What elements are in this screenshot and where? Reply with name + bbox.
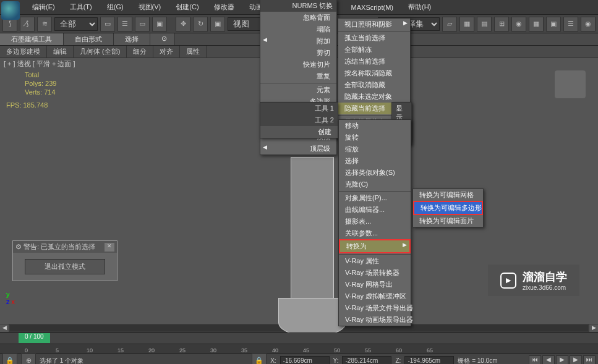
subtab-geometry[interactable]: 几何体 (全部)	[74, 46, 127, 57]
menu-modifiers[interactable]: 修改器	[207, 0, 242, 14]
qm-unhide-byname[interactable]: 按名称取消隐藏	[338, 67, 410, 79]
qm-convert-mesh[interactable]: 转换为可编辑网格	[413, 189, 483, 201]
subtab-align[interactable]: 对齐	[153, 46, 180, 57]
qm-quickslice[interactable]: 快速切片	[260, 59, 336, 70]
goto-start-icon[interactable]: ⏮	[529, 355, 541, 365]
schematic-icon[interactable]: ⊞	[494, 17, 509, 32]
subtab-subdiv[interactable]: 细分	[127, 46, 153, 57]
qm-vray-scene-conv[interactable]: V-Ray 场景转换器	[339, 267, 411, 279]
bind-icon[interactable]: ≋	[37, 17, 52, 32]
menu-view[interactable]: 视图(V)	[131, 0, 169, 14]
qm-unfreeze-all[interactable]: 全部解冻	[338, 44, 410, 56]
coord-z-input[interactable]	[404, 356, 454, 364]
qm-curve-editor[interactable]: 曲线编辑器...	[339, 204, 411, 216]
rotate-icon[interactable]: ↻	[193, 17, 208, 32]
render-setup-icon[interactable]: ▦	[529, 17, 544, 32]
qm-select[interactable]: 选择	[339, 155, 411, 167]
time-slider-head[interactable]: 0 / 100	[19, 333, 50, 343]
qm-cut[interactable]: 剪切	[260, 47, 336, 59]
quadmenu-bottom-right: 移动 旋转 缩放 选择 选择类似对象(S) 克隆(C) 对象属性(P)... 曲…	[338, 119, 411, 326]
qm-convert-to[interactable]: 转换为	[340, 240, 409, 252]
quad-create[interactable]: 创建	[260, 126, 338, 138]
qm-attach[interactable]: 附加	[260, 35, 336, 47]
qm-move[interactable]: 移动	[339, 120, 411, 132]
qm-hide-unselected[interactable]: 隐藏未选定对象	[338, 91, 410, 103]
menu-tools[interactable]: 工具(T)	[62, 0, 100, 14]
viewcube-icon[interactable]	[555, 70, 586, 98]
qm-rotate[interactable]: 旋转	[339, 132, 411, 143]
qm-element[interactable]: 元素	[260, 84, 336, 96]
qm-convert-poly[interactable]: 转换为可编辑多边形	[414, 202, 482, 214]
goto-end-icon[interactable]: ⏭	[583, 355, 596, 365]
qm-scale[interactable]: 缩放	[339, 143, 411, 155]
qm-wire-params[interactable]: 关联参数...	[339, 227, 411, 239]
qm-clone[interactable]: 克隆(C)	[339, 179, 411, 190]
select-window-icon[interactable]: ▣	[152, 17, 167, 32]
qm-toplevel[interactable]: 顶层级	[260, 143, 336, 154]
selection-filter-dropdown[interactable]: 全部	[54, 17, 98, 31]
select-icon[interactable]: ▭	[100, 17, 115, 32]
qm-vray-anim-export[interactable]: V-Ray 动画场景导出器	[339, 314, 411, 326]
qm-isolate-selection[interactable]: 孤立当前选择	[338, 32, 410, 44]
unlink-icon[interactable]: ⟆̸	[20, 17, 35, 32]
scroll-left-icon[interactable]: ◀	[0, 324, 9, 332]
render-icon[interactable]: ☰	[563, 17, 578, 32]
tab-graphite[interactable]: 石墨建模工具	[0, 33, 64, 45]
material-icon[interactable]: ◉	[511, 17, 526, 32]
key-mode-icon[interactable]: ⊕	[21, 353, 36, 365]
qm-dope-sheet[interactable]: 摄影表...	[339, 216, 411, 227]
app-logo-icon[interactable]	[1, 1, 20, 20]
scroll-right-icon[interactable]: ▶	[589, 324, 598, 332]
qm-object-props[interactable]: 对象属性(P)...	[339, 192, 411, 204]
tick: 25	[179, 347, 186, 353]
layers-icon[interactable]: ▤	[477, 17, 492, 32]
subtab-props[interactable]: 属性	[180, 46, 207, 57]
quad-lbl-tools2: 工具 2	[260, 114, 338, 126]
qm-select-similar[interactable]: 选择类似对象(S)	[339, 167, 411, 179]
tab-selection[interactable]: 选择	[114, 33, 150, 45]
close-icon[interactable]: ✕	[105, 243, 114, 252]
exit-isolate-button[interactable]: 退出孤立模式	[25, 259, 105, 274]
tick: 40	[272, 347, 278, 353]
lock-icon[interactable]: 🔒	[2, 353, 17, 365]
qm-viewport-lighting[interactable]: 视口照明和阴影	[338, 19, 410, 30]
lock-selection-icon[interactable]: 🔒	[252, 353, 267, 365]
play-anim-icon[interactable]: ▶	[556, 355, 568, 365]
mirror-icon[interactable]: ▱	[442, 17, 457, 32]
menu-create[interactable]: 创建(C)	[168, 0, 206, 14]
tab-freeform[interactable]: 自由形式	[64, 33, 114, 45]
subtab-edit[interactable]: 编辑	[47, 46, 74, 57]
qm-ignore-backface[interactable]: 忽略背面	[260, 12, 336, 23]
align-icon[interactable]: ▦	[459, 17, 474, 32]
select-rect-icon[interactable]: ▭	[135, 17, 150, 32]
render-frame-icon[interactable]: ▣	[546, 17, 561, 32]
select-name-icon[interactable]: ☰	[117, 17, 132, 32]
menu-help[interactable]: 帮助(H)	[401, 0, 438, 14]
time-ruler[interactable]: 0 5 10 15 20 25 30 35 40 45 50 55 60 65	[0, 344, 598, 353]
coord-y-input[interactable]	[342, 356, 391, 364]
tick: 65	[427, 347, 433, 353]
viewport-label[interactable]: [ + ] 透视 [ 平滑 + 边面 ]	[4, 59, 75, 69]
tab-extra[interactable]: ⊙	[150, 33, 175, 45]
qm-repeat[interactable]: 重复	[260, 70, 336, 82]
next-frame-icon[interactable]: ▶	[570, 355, 582, 365]
scale-icon[interactable]: ▣	[210, 17, 225, 32]
qm-vray-props[interactable]: V-Ray 属性	[339, 255, 411, 267]
timeline[interactable]: 0 / 100	[0, 332, 598, 344]
subtab-polymodel[interactable]: 多边形建模	[0, 46, 47, 57]
prev-frame-icon[interactable]: ◀	[542, 355, 555, 365]
qm-vray-vfb[interactable]: V-Ray 虚拟帧缓冲区	[339, 290, 411, 302]
viewport[interactable]: [ + ] 透视 [ 平滑 + 边面 ] Total Polys: 239 Ve…	[0, 58, 598, 324]
teapot-icon[interactable]: ◉	[581, 17, 596, 32]
qm-vray-mesh-export[interactable]: V-Ray 网格导出	[339, 279, 411, 290]
coord-x-input[interactable]	[280, 356, 330, 364]
move-icon[interactable]: ✥	[176, 17, 190, 32]
qm-convert-patch[interactable]: 转换为可编辑面片	[413, 215, 483, 227]
qm-unhide-all[interactable]: 全部取消隐藏	[338, 79, 410, 91]
menu-group[interactable]: 组(G)	[100, 0, 131, 14]
menu-maxscript[interactable]: MAXScript(M)	[344, 1, 401, 14]
menu-edit[interactable]: 编辑(E)	[25, 0, 62, 14]
qm-freeze-selection[interactable]: 冻结当前选择	[338, 56, 410, 67]
qm-vray-scene-export[interactable]: V-Ray 场景文件导出器	[339, 302, 411, 314]
qm-collapse[interactable]: 塌陷	[260, 23, 336, 35]
